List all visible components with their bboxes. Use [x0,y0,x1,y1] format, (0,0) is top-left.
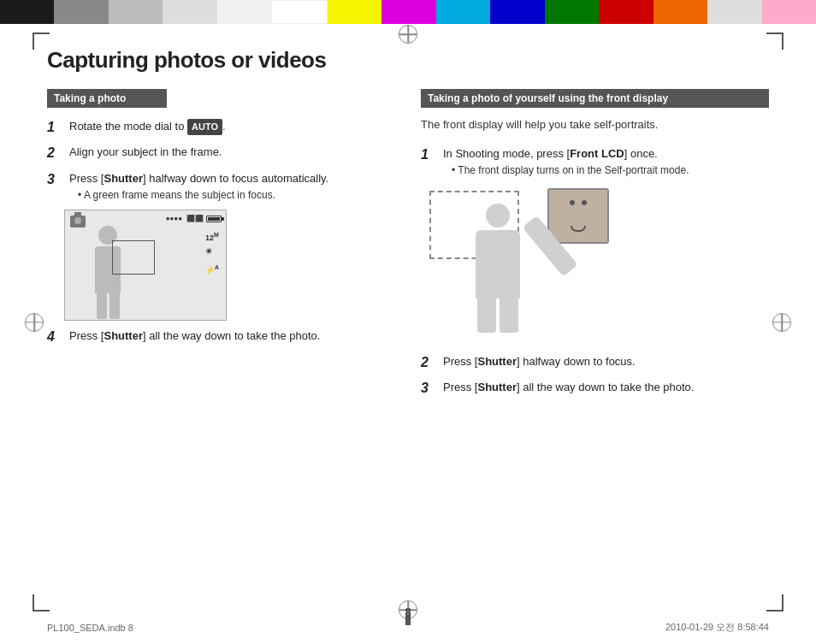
right-step-1-content: In Shooting mode, press [Front LCD] once… [443,145,689,178]
step-3-number: 3 [47,170,64,189]
left-section-header: Taking a photo [47,89,167,108]
color-bar [0,0,816,24]
footer: PL100_SEDA.indb 8 2010-01-29 오전 8:58:44 [0,621,816,634]
footer-right: 2010-01-29 오전 8:58:44 [665,621,769,634]
swatch-cyan [436,0,490,24]
right-step-1-text: In Shooting mode, press [Front LCD] once… [443,147,658,160]
selfie-leg-right [500,298,518,333]
status-dots: ●●●● [166,215,182,222]
step-3: 3 Press [Shutter] halfway down to focus … [47,170,395,203]
step-2: 2 Align your subject in the frame. [47,144,395,162]
corner-mark-br [766,594,783,612]
swatch-magenta [381,0,435,24]
right-section-header: Taking a photo of yourself using the fro… [421,89,769,108]
swatch-orange [653,0,707,24]
footer-left: PL100_SEDA.indb 8 [47,623,133,633]
step-2-number: 2 [47,144,64,162]
swatch-gray2 [109,0,163,24]
page-title: Capturing photos or videos [47,47,769,74]
step-2-text: Align your subject in the frame. [69,144,395,161]
focus-box [112,240,155,275]
swatch-black [0,0,54,24]
person-leg-right [109,293,120,319]
swatch-yellow [328,0,381,24]
step-3-content: Press [Shutter] halfway down to focus au… [69,170,328,203]
camera-viewfinder: ●●●● ⬛⬛ [64,210,227,321]
step-3-bullet: A green frame means the subject in focus… [69,188,328,203]
camera-icon [70,216,86,227]
selfie-legs [446,298,549,333]
right-step-1-number: 1 [421,145,438,164]
right-column: Taking a photo of yourself using the fro… [421,89,769,405]
right-step-3-text: Press [Shutter] all the way down to take… [443,379,769,396]
lcd-mouth [571,226,586,232]
eye-left [570,200,575,205]
selfie-head [486,204,510,227]
swatch-silver [707,0,761,24]
selfie-leg-left [477,298,496,333]
corner-mark-tr [766,32,783,50]
lcd-display [547,188,609,244]
intro-text: The front display will help you take sel… [421,116,769,133]
right-step-3-number: 3 [421,379,438,398]
corner-mark-bl [33,594,50,612]
battery-icon [206,216,222,222]
swatch-gray3 [163,0,216,24]
person-leg-left [97,293,107,319]
status-row: ●●●● ⬛⬛ [166,215,222,222]
right-step-2-text: Press [Shutter] halfway down to focus. [443,353,769,370]
swatch-blue [490,0,544,24]
lcd-eyes [570,200,587,205]
step-1: 1 Rotate the mode dial to AUTO. [47,118,395,137]
main-content: Capturing photos or videos Taking a phot… [47,47,769,597]
right-step-2: 2 Press [Shutter] halfway down to focus. [421,353,769,372]
right-step-2-number: 2 [421,353,438,372]
right-step-3: 3 Press [Shutter] all the way down to ta… [421,379,769,398]
auto-badge: AUTO [187,119,222,135]
step-4: 4 Press [Shutter] all the way down to ta… [47,328,395,346]
swatch-red [599,0,653,24]
swatch-pink [762,0,816,24]
swatch-white [271,0,327,24]
battery-fill [208,217,220,221]
crosshair-right [772,313,791,332]
right-step-1: 1 In Shooting mode, press [Front LCD] on… [421,145,769,178]
step-3-text: Press [Shutter] halfway down to focus au… [69,172,328,185]
swatch-green [545,0,599,24]
selfie-person [446,204,549,345]
eye-right [582,200,587,205]
swatch-lightgray [217,0,271,24]
person-legs [86,293,129,319]
left-column: Taking a photo 1 Rotate the mode dial to… [47,89,395,405]
step-4-number: 4 [47,328,64,346]
step-1-text: Rotate the mode dial to AUTO. [69,118,395,135]
step-1-number: 1 [47,118,64,137]
icon-12: 12M [205,232,219,242]
viewfinder-icons: 12M ☀ ⚡A [205,232,219,275]
right-step-1-bullet: The front display turns on in the Self-p… [443,163,689,178]
swatch-gray1 [54,0,108,24]
crosshair-left [25,313,44,332]
icon-flash: ⚡A [205,264,219,275]
selfie-body [476,230,520,298]
columns-layout: Taking a photo 1 Rotate the mode dial to… [47,89,769,405]
status-mode: ⬛⬛ [186,215,204,222]
step-4-text: Press [Shutter] all the way down to take… [69,328,395,345]
icon-wb: ☀ [205,247,219,256]
selfie-illustration [429,186,618,345]
lcd-face [549,190,607,242]
crosshair-top [399,25,417,44]
